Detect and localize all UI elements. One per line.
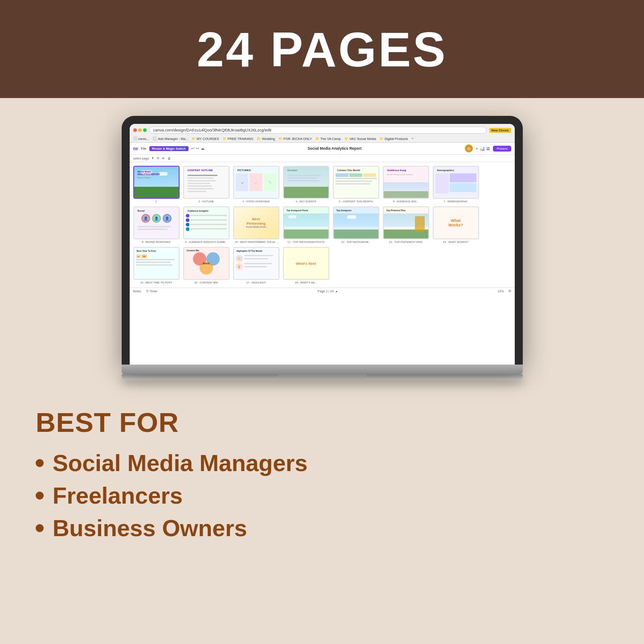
slide-image-1[interactable]: Social Media ANALYTICS REPORT Business N… bbox=[133, 166, 180, 199]
slide1-title: Social Media ANALYTICS REPORT Business N… bbox=[138, 170, 160, 179]
canva-logo: ne bbox=[133, 146, 139, 151]
slide-thumb-10[interactable]: Best Performing Social Media Posts 10 - … bbox=[233, 206, 279, 243]
best-for-title: BEST FOR bbox=[36, 406, 608, 438]
slide-thumb-5[interactable]: Content This Month bbox=[333, 166, 379, 203]
page-number: Page 1 / 24 bbox=[318, 290, 334, 293]
slide-image-9[interactable]: Audience Insights bbox=[183, 206, 230, 239]
slide-image-17[interactable]: Highlights Of The Month ⭐ bbox=[233, 247, 279, 280]
timer-button[interactable]: ⏱ Timer bbox=[146, 290, 157, 293]
bullet-dot-2 bbox=[36, 492, 44, 500]
slide-label-16: 16 - CONTENT MIX bbox=[194, 281, 218, 284]
slide-thumb-11[interactable]: Top Instagram Posts 11 - TOP INSTAGRAM P… bbox=[283, 206, 329, 243]
best-for-item-3: Business Owners bbox=[36, 512, 608, 545]
slide-thumb-6[interactable]: Audience Insig we are looking for right … bbox=[383, 166, 429, 203]
slide-image-10[interactable]: Best Performing Social Media Posts bbox=[233, 206, 279, 239]
slide-label-12: 12 - TOP INSTAGRAM... bbox=[341, 241, 371, 243]
bookmark-3[interactable]: 📁 MY COURSES bbox=[192, 136, 219, 141]
status-bar: Notes ⏱ Timer Page 1 / 24 ● 10% ⊞ bbox=[130, 287, 515, 294]
browser-chrome: canva.com/design/DAFzu14lQoo/3lNKQEBJKoa… bbox=[130, 124, 515, 143]
slide-label-14: 14 - WHAT WORKS? bbox=[443, 241, 468, 243]
slide-label-2: 2 - OUTLINE bbox=[198, 200, 214, 203]
slide-image-7[interactable]: Demographics bbox=[433, 166, 479, 199]
eye-icon[interactable]: 👁 bbox=[162, 157, 165, 160]
slide-label-8: 8 - BRAND PERSONAS bbox=[142, 241, 171, 243]
bullet-dot-3 bbox=[36, 524, 44, 532]
magic-switch-button[interactable]: Resize & Magic Switch bbox=[149, 146, 188, 151]
file-menu[interactable]: File bbox=[141, 147, 147, 151]
slide-thumb-17[interactable]: Highlights Of The Month ⭐ bbox=[233, 247, 279, 284]
slide-image-2[interactable]: CONTENT OUTLINE bbox=[183, 166, 230, 199]
minimize-dot[interactable] bbox=[138, 128, 142, 132]
slide-image-14[interactable]: What Works? bbox=[433, 206, 479, 239]
slide-image-5[interactable]: Content This Month bbox=[333, 166, 379, 199]
slide-label-3: 3 - STATS OVERVIEW bbox=[242, 200, 270, 203]
best-for-item-1: Social Media Managers bbox=[36, 447, 608, 480]
delete-icon[interactable]: 🗑 bbox=[168, 157, 171, 160]
bookmark-7[interactable]: 📁 The VA Camp bbox=[316, 136, 341, 141]
present-button[interactable]: Present bbox=[493, 146, 511, 152]
bookmark-4[interactable]: 📁 FREE TRAINING bbox=[223, 136, 254, 141]
bookmarks-bar: iness... Ads Manager - Ma... 📁 MY COURSE… bbox=[133, 135, 511, 142]
best-for-section: BEST FOR Social Media Managers Freelance… bbox=[0, 389, 644, 553]
bookmark-6[interactable]: 📁 FOR JECKA ONLY bbox=[279, 136, 312, 141]
notes-button[interactable]: Notes bbox=[133, 290, 141, 293]
slide-thumb-18[interactable]: What's Next 18 - WHAT'S NE... bbox=[283, 247, 329, 284]
slide-thumb-2[interactable]: CONTENT OUTLINE bbox=[183, 166, 230, 203]
user-avatar: 🌸 bbox=[465, 144, 473, 152]
slide-image-6[interactable]: Audience Insig we are looking for right … bbox=[383, 166, 429, 199]
slides-actions: select page ⬆ ⧉ 👁 🗑 bbox=[130, 155, 515, 162]
select-page-label: select page bbox=[133, 157, 149, 160]
slide-label-1: 1 bbox=[156, 200, 157, 203]
slide-image-3[interactable]: PICTURES 📊 📈 📉 bbox=[233, 166, 279, 199]
copy-icon[interactable]: ⧉ bbox=[157, 156, 159, 160]
slide-label-17: 17 - HIGHLIGHT bbox=[246, 281, 266, 284]
laptop-screen: canva.com/design/DAFzu14lQoo/3lNKQEBJKoa… bbox=[130, 124, 515, 365]
slide-label-18: 18 - WHAT'S NE... bbox=[295, 281, 317, 284]
slide-image-12[interactable]: Top Instagram bbox=[333, 206, 379, 239]
slide-image-18[interactable]: What's Next bbox=[283, 247, 329, 280]
slide-label-5: 5 - CONTENT THIS MONTH bbox=[339, 200, 373, 203]
slide-thumb-13[interactable]: Top Pinterest Pins 13 - TOP PINTEREST PI… bbox=[383, 206, 429, 243]
slide-thumb-12[interactable]: Top Instagram 12 - TOP INSTAGRAM... bbox=[333, 206, 379, 243]
close-dot[interactable] bbox=[133, 128, 137, 132]
slide-thumb-14[interactable]: What Works? 14 - WHAT WORKS? bbox=[433, 206, 479, 243]
slide-thumb-9[interactable]: Audience Insights bbox=[183, 206, 230, 243]
bookmark-1[interactable]: iness... bbox=[133, 136, 149, 141]
slide-image-11[interactable]: Top Instagram Posts bbox=[283, 206, 329, 239]
slide-label-11: 11 - TOP INSTAGRAM POSTS bbox=[287, 241, 324, 243]
slide-thumb-3[interactable]: PICTURES 📊 📈 📉 3 - STATS OVERVIEW bbox=[233, 166, 279, 203]
slide-thumb-16[interactable]: Content Mix Brand 16 - CONTENT MI bbox=[183, 247, 230, 284]
slide-image-4[interactable]: October bbox=[283, 166, 329, 199]
bullet-dot-1 bbox=[36, 459, 44, 467]
top-banner: 24 PAGES bbox=[0, 0, 644, 98]
slide-image-16[interactable]: Content Mix Brand bbox=[183, 247, 230, 280]
new-chrome-button[interactable]: New Chrom bbox=[489, 128, 511, 133]
slide-thumb-1[interactable]: Social Media ANALYTICS REPORT Business N… bbox=[133, 166, 180, 203]
zoom-level: 10% bbox=[497, 290, 504, 293]
slide-image-15[interactable]: Best Time To Post 11 00 bbox=[133, 247, 180, 280]
browser-controls bbox=[133, 128, 147, 132]
slide-label-9: 9 - AUDIENCE INSIGHTS SUMM... bbox=[185, 241, 227, 243]
page-indicator: Page 1 / 24 ● bbox=[162, 290, 493, 293]
slide-image-13[interactable]: Top Pinterest Pins bbox=[383, 206, 429, 239]
slides-panel: select page ⬆ ⧉ 👁 🗑 bbox=[130, 155, 515, 294]
slide-thumb-8[interactable]: Brand 👤 👤 👤 bbox=[133, 206, 180, 243]
slide-thumb-15[interactable]: Best Time To Post 11 00 bbox=[133, 247, 180, 284]
share-icon[interactable]: ⬆ bbox=[152, 156, 154, 160]
address-bar[interactable]: canva.com/design/DAFzu14lQoo/3lNKQEBJKoa… bbox=[149, 127, 487, 134]
slide-image-8[interactable]: Brand 👤 👤 👤 bbox=[133, 206, 180, 239]
slide-label-10: 10 - BEST PERFORMING SOCIA... bbox=[235, 241, 277, 243]
bookmark-9[interactable]: 📁 Digital Products bbox=[380, 136, 408, 141]
slide-label-6: 6 - AUDIENCE INSI... bbox=[393, 200, 419, 203]
slide-label-4: 4 - KEY EVENTS bbox=[295, 200, 316, 203]
document-title: Social Media Analytics Report bbox=[207, 146, 462, 151]
maximize-dot[interactable] bbox=[143, 128, 147, 132]
bookmark-8[interactable]: 📁 VAC Social Media bbox=[345, 136, 376, 141]
bookmark-5[interactable]: 📁 Wedding bbox=[257, 136, 275, 141]
grid-view-icon[interactable]: ⊞ bbox=[509, 289, 511, 293]
url-text: canva.com/design/DAFzu14lQoo/3lNKQEBJKoa… bbox=[153, 128, 271, 132]
slide-thumb-7[interactable]: Demographics bbox=[433, 166, 479, 203]
bookmark-2[interactable]: Ads Manager - Ma... bbox=[152, 136, 188, 141]
slides-grid: Social Media ANALYTICS REPORT Business N… bbox=[130, 162, 515, 287]
slide-thumb-4[interactable]: October 4 - KEY bbox=[283, 166, 329, 203]
